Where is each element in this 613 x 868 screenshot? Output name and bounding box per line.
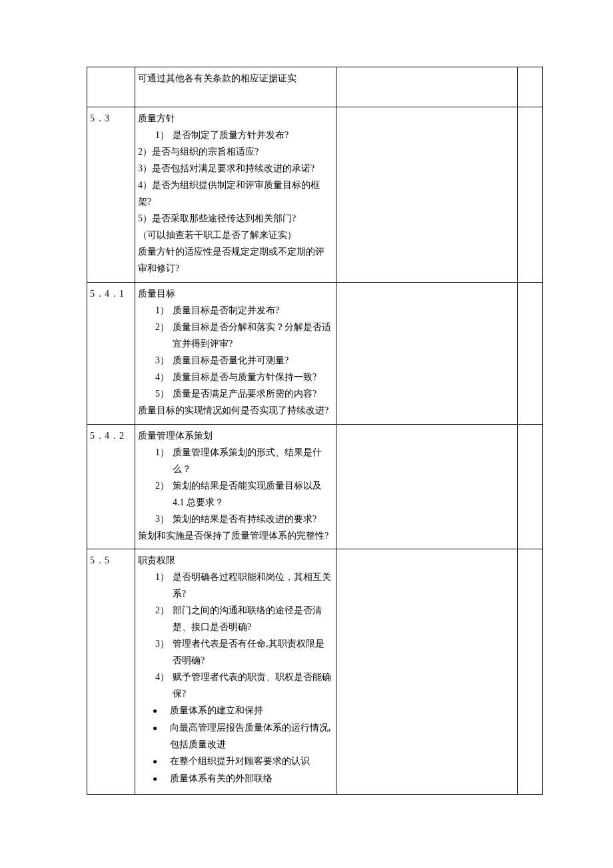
text-line: 策划和实施是否保持了质量管理体系的完整性? — [138, 527, 332, 544]
list-text: 部门之间的沟通和联络的途径是否清楚、接口是否明确? — [173, 602, 332, 635]
list-marker: 3） — [153, 352, 173, 369]
numbered-item: 1）质量目标是否制定并发布? — [138, 302, 332, 319]
text-line: 2）是否与组织的宗旨相适应? — [138, 143, 332, 160]
document-page: 可通过其他各有关条款的相应证据证实5．3质量方针1）是否制定了质量方针并发布?2… — [0, 0, 613, 868]
bullet-text: 在整个组织提升对顾客要求的认识 — [170, 753, 332, 769]
bullet-text: 质量体系有关的外部联络 — [170, 770, 332, 787]
evidence-cell — [336, 549, 518, 794]
clause-id-cell: 5．4．2 — [87, 424, 135, 549]
numbered-item: 4）赋予管理者代表的职责、职权是否能确保? — [138, 669, 332, 702]
list-text: 是否制定了质量方针并发布? — [173, 127, 332, 143]
content-cell: 质量目标1）质量目标是否制定并发布?2）质量目标是否分解和落实？分解是否适宜并得… — [135, 283, 336, 425]
numbered-item: 1）是否明确各过程职能和岗位，其相互关系? — [138, 569, 332, 602]
numbered-item: 2）质量目标是否分解和落实？分解是否适宜并得到评审? — [138, 319, 332, 352]
text-line: 3）是否包括对满足要求和持续改进的承诺? — [138, 160, 332, 177]
list-marker: 3） — [153, 511, 173, 527]
table-row: 5．4．2质量管理体系策划1）质量管理体系策划的形式、结果是什么？2）策划的结果… — [87, 424, 543, 549]
numbered-item: 3）质量目标是否量化并可测量? — [138, 352, 332, 369]
list-text: 是否明确各过程职能和岗位，其相互关系? — [173, 569, 332, 602]
list-text: 质量目标是否与质量方针保持一致? — [173, 369, 332, 385]
bullet-icon: ● — [153, 703, 170, 719]
text-line: 4）是否为组织提供制定和评审质量目标的框架? — [138, 177, 332, 210]
list-marker: 5） — [153, 385, 173, 402]
list-text: 质量目标是否量化并可测量? — [173, 352, 332, 369]
text-line: 质量方针的适应性是否规定定期或不定期的评审和修订? — [138, 243, 332, 277]
content-cell: 质量管理体系策划1）质量管理体系策划的形式、结果是什么？2）策划的结果是否能实现… — [135, 424, 336, 549]
list-text: 质量是否满足产品要求所需的内容? — [173, 385, 332, 402]
list-marker: 3） — [153, 635, 173, 652]
numbered-item: 2）策划的结果是否能实现质量目标以及4.1 总要求？ — [138, 477, 332, 511]
evidence-cell — [336, 283, 518, 425]
numbered-item: 1）是否制定了质量方针并发布? — [138, 127, 332, 143]
result-cell — [518, 549, 543, 794]
bullet-item: ●质量体系的建立和保持 — [138, 702, 332, 719]
clause-id-cell: 5．4．1 — [87, 283, 135, 425]
list-marker: 4） — [153, 669, 173, 685]
list-marker: 1） — [153, 569, 173, 585]
clause-id-cell: 5．3 — [87, 107, 135, 283]
numbered-item: 3）管理者代表是否有任命,其职责权限是否明确? — [138, 635, 332, 669]
numbered-item: 2）部门之间的沟通和联络的途径是否清楚、接口是否明确? — [138, 602, 332, 635]
text-line: 职责权限 — [138, 552, 332, 569]
numbered-item: 5）质量是否满足产品要求所需的内容? — [138, 385, 332, 402]
list-text: 策划的结果是否有持续改进的要求? — [173, 511, 332, 527]
bullet-item: ●在整个组织提升对顾客要求的认识 — [138, 753, 332, 770]
clause-id-cell: 5．5 — [87, 549, 135, 794]
table-row: 5．3质量方针1）是否制定了质量方针并发布?2）是否与组织的宗旨相适应?3）是否… — [87, 107, 543, 283]
bullet-text: 向最高管理层报告质量体系的运行情况,包括质量改进 — [170, 719, 332, 753]
bullet-text: 质量体系的建立和保持 — [170, 702, 332, 719]
result-cell — [518, 424, 543, 549]
text-line: 质量目标的实现情况如何是否实现了持续改进? — [138, 402, 332, 419]
bullet-icon: ● — [153, 753, 170, 770]
checklist-table: 可通过其他各有关条款的相应证据证实5．3质量方针1）是否制定了质量方针并发布?2… — [87, 67, 543, 795]
list-text: 质量管理体系策划的形式、结果是什么？ — [173, 444, 332, 477]
clause-id-cell — [87, 67, 135, 107]
table-row: 5．5职责权限1）是否明确各过程职能和岗位，其相互关系?2）部门之间的沟通和联络… — [87, 549, 543, 794]
numbered-item: 3）策划的结果是否有持续改进的要求? — [138, 511, 332, 527]
list-marker: 4） — [153, 369, 173, 385]
list-marker: 1） — [153, 127, 173, 143]
numbered-item: 1）质量管理体系策划的形式、结果是什么？ — [138, 444, 332, 477]
text-line: 质量目标 — [138, 285, 332, 302]
text-line: 5）是否采取那些途径传达到相关部门? — [138, 210, 332, 227]
result-cell — [518, 283, 543, 425]
evidence-cell — [336, 107, 518, 283]
list-marker: 1） — [153, 302, 173, 319]
table-row: 可通过其他各有关条款的相应证据证实 — [87, 67, 543, 107]
content-cell: 质量方针1）是否制定了质量方针并发布?2）是否与组织的宗旨相适应?3）是否包括对… — [135, 107, 336, 283]
table-row: 5．4．1质量目标1）质量目标是否制定并发布?2）质量目标是否分解和落实？分解是… — [87, 283, 543, 425]
content-cell: 职责权限1）是否明确各过程职能和岗位，其相互关系?2）部门之间的沟通和联络的途径… — [135, 549, 336, 794]
result-cell — [518, 67, 543, 107]
list-text: 管理者代表是否有任命,其职责权限是否明确? — [173, 635, 332, 669]
numbered-item: 4）质量目标是否与质量方针保持一致? — [138, 369, 332, 385]
text-line: 可通过其他各有关条款的相应证据证实 — [138, 70, 332, 87]
evidence-cell — [336, 67, 518, 107]
result-cell — [518, 107, 543, 283]
bullet-icon: ● — [153, 720, 170, 737]
bullet-item: ●向最高管理层报告质量体系的运行情况,包括质量改进 — [138, 719, 332, 753]
text-line: 质量管理体系策划 — [138, 427, 332, 444]
text-line: 质量方针 — [138, 110, 332, 127]
list-marker: 2） — [153, 319, 173, 335]
bullet-icon: ● — [153, 771, 170, 787]
list-marker: 1） — [153, 444, 173, 461]
list-marker: 2） — [153, 602, 173, 619]
list-text: 策划的结果是否能实现质量目标以及4.1 总要求？ — [173, 477, 332, 511]
list-text: 赋予管理者代表的职责、职权是否能确保? — [173, 669, 332, 702]
list-text: 质量目标是否分解和落实？分解是否适宜并得到评审? — [173, 319, 332, 352]
bullet-item: ●质量体系有关的外部联络 — [138, 770, 332, 787]
list-marker: 2） — [153, 477, 173, 494]
content-cell: 可通过其他各有关条款的相应证据证实 — [135, 67, 336, 107]
evidence-cell — [336, 424, 518, 549]
list-text: 质量目标是否制定并发布? — [173, 302, 332, 319]
text-line: （可以抽查若干职工是否了解来证实） — [138, 227, 332, 243]
